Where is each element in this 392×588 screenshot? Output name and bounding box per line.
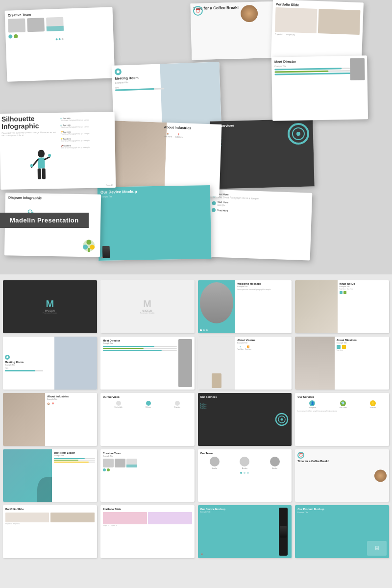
- thumb-portfolio-1: Portfolio Slide Project #1 Project #2: [3, 505, 97, 558]
- thumb-meeting-room: Meeting Room Example Title 79%: [3, 337, 97, 390]
- thumb-our-services-icons: Our Services 👤 Transparent 💎 Soft Cream …: [295, 393, 389, 446]
- thumb-meet-team-leader: Meet Team Leader Example Title: [3, 449, 97, 502]
- svg-rect-1: [38, 157, 45, 168]
- scatter-slide-creative-team: Creative Team: [5, 7, 115, 82]
- thumb-portfolio-2: Portfolio Slide Project #3 Project #4: [100, 505, 195, 558]
- thumb-device-mockup: Our Device Mockup Example Title 📍: [198, 505, 292, 558]
- scatter-slide-silhouette: SilhouetteInfographic Please put your aw…: [0, 112, 116, 190]
- svg-line-3: [45, 157, 49, 159]
- grid-row-1: M MADELIN Presentation Template M MADELI…: [3, 280, 389, 333]
- scatter-slide-coffee: Time for a Coffee Break! ⏰: [191, 1, 278, 60]
- thumb-meet-director: Meet Director Example Title: [100, 337, 195, 390]
- scatter-slide-text-items: Text HereThis Great Paragraph line is a …: [207, 189, 313, 260]
- bottom-slides-grid: M MADELIN Presentation Template M MADELI…: [0, 274, 392, 564]
- scatter-slide-services: Our Services Text Here Text Here Text He…: [210, 119, 315, 189]
- thumb-about-missions: About Missions Example Title Text Here: [295, 337, 389, 390]
- svg-rect-5: [42, 168, 45, 179]
- thumb-creative-team: Creative Team Example Title: [100, 449, 195, 502]
- svg-rect-21: [88, 248, 90, 252]
- thumb-our-team: Our Team Member Member Member: [198, 449, 292, 502]
- scatter-slide-portfolio-top: Portfolio Slide Project #1 Project #2: [271, 0, 364, 61]
- thumb-madelin-light: M MADELIN Presentation Template: [100, 280, 195, 333]
- grid-row-4: Meet Team Leader Example Title: [3, 449, 389, 502]
- svg-point-24: [281, 418, 283, 420]
- thumb-about-industries: About Industries Example Title 🏠 📍: [3, 393, 97, 446]
- thumb-our-services-dark: Our Services Text Here Text Here Text He…: [198, 393, 292, 446]
- thumb-welcome-message: Welcome Message Example Title Lorem ipsu…: [198, 280, 292, 333]
- grid-row-3: About Industries Example Title 🏠 📍 Our S…: [3, 393, 389, 446]
- svg-point-6: [48, 154, 51, 157]
- thumb-about-visions: About Visions Example Title ✈Text Here 📶…: [198, 337, 292, 390]
- svg-point-0: [38, 149, 45, 157]
- svg-rect-4: [37, 169, 41, 179]
- grid-row-2: Meeting Room Example Title 79% Meet Dire…: [3, 337, 389, 390]
- madelin-banner: Madelin Presentation: [0, 213, 89, 228]
- svg-point-10: [296, 132, 300, 136]
- thumb-madelin-dark: M MADELIN Presentation Template: [3, 280, 97, 333]
- scatter-slide-meet-director: Meet Director Example Title: [271, 55, 368, 121]
- grid-row-5: Portfolio Slide Project #1 Project #2 Po…: [3, 505, 389, 558]
- thumb-coffee-break: ⏰ Time for a Coffee Break!: [295, 449, 389, 502]
- thumb-product-mockup: Our Product Mockup Example Title 🖥: [295, 505, 389, 558]
- thumb-our-services-light: Our Services Comfortable Delivery Organi…: [100, 393, 195, 446]
- thumb-what-we-do: What We Do Example Title Text Here Text …: [295, 280, 389, 333]
- top-scattered-section: Creative Team Time f: [0, 0, 392, 274]
- scatter-slide-device-mockup: Our Device Mockup Example Title 📍: [98, 185, 212, 261]
